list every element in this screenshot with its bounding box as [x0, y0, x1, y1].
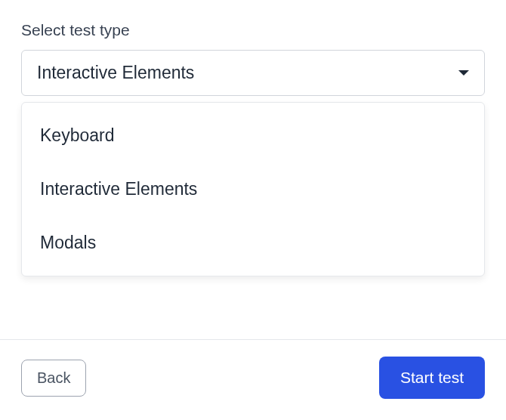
back-button[interactable]: Back: [21, 360, 86, 397]
dropdown-option-keyboard[interactable]: Keyboard: [22, 109, 484, 162]
select-test-type-label: Select test type: [21, 21, 485, 39]
footer: Back Start test: [0, 339, 506, 420]
test-type-selected-value: Interactive Elements: [37, 63, 194, 83]
test-type-dropdown: Keyboard Interactive Elements Modals: [21, 102, 485, 276]
dropdown-option-interactive-elements[interactable]: Interactive Elements: [22, 162, 484, 216]
test-type-select[interactable]: Interactive Elements: [21, 50, 485, 96]
dropdown-option-modals[interactable]: Modals: [22, 216, 484, 270]
chevron-down-icon: [458, 70, 469, 76]
start-test-button[interactable]: Start test: [379, 357, 485, 399]
